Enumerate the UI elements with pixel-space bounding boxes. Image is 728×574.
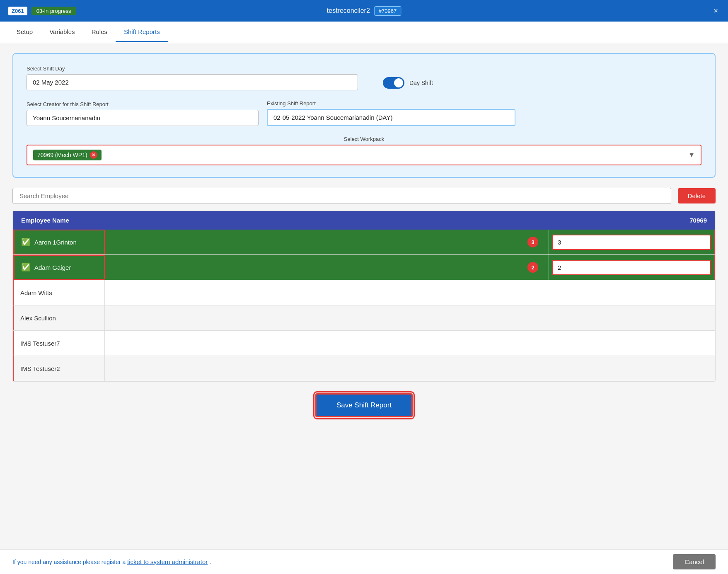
tab-variables[interactable]: Variables <box>41 22 83 42</box>
cancel-button[interactable]: Cancel <box>673 554 716 569</box>
workpack-tag-label: 70969 (Mech WP1) <box>37 152 87 158</box>
delete-button[interactable]: Delete <box>678 188 716 203</box>
employee-name-cell: Alex Scullion <box>14 305 105 330</box>
toggle-container: Day Shift <box>383 77 433 89</box>
employee-name: IMS Testuser2 <box>20 365 60 372</box>
employee-name-cell: IMS Testuser2 <box>14 356 105 381</box>
employee-name: IMS Testuser7 <box>20 340 60 347</box>
footer-link[interactable]: ticket to system administrator <box>127 558 208 565</box>
employee-name: Alex Scullion <box>20 315 56 322</box>
table-row: ✅ Aaron 1Grinton 3 <box>13 230 715 255</box>
value-input[interactable] <box>552 235 711 250</box>
workpack-section: Select Workpack 70969 (Mech WP1) ✕ ▼ <box>27 136 701 165</box>
employee-name: Adam Gaiger <box>34 264 71 271</box>
employee-name-cell: ✅ Adam Gaiger <box>14 255 105 280</box>
shift-day-group: Select Shift Day <box>27 65 358 90</box>
employee-name-cell: IMS Testuser7 <box>14 331 105 356</box>
top-bar-center: testreconciler2 #70967 <box>327 6 401 16</box>
footer-help-end: . <box>209 559 211 565</box>
top-bar-left: Z061 03-In progress <box>8 7 76 15</box>
shift-day-input[interactable] <box>27 74 358 90</box>
badge-number: 2 <box>527 262 538 273</box>
badge-task-id: #70967 <box>374 6 401 16</box>
day-shift-label: Day Shift <box>409 80 433 86</box>
middle-cell: 3 <box>105 230 549 254</box>
workpack-select[interactable]: 70969 (Mech WP1) ✕ ▼ <box>27 145 701 165</box>
shift-day-label: Select Shift Day <box>27 65 358 72</box>
shift-day-row: Select Shift Day Day Shift <box>27 65 701 90</box>
existing-label: Existing Shift Report <box>267 100 515 107</box>
employee-name: Aaron 1Grinton <box>34 239 77 246</box>
tab-shift-reports[interactable]: Shift Reports <box>116 22 168 42</box>
creator-input[interactable] <box>27 110 259 126</box>
badge-z061: Z061 <box>8 7 27 15</box>
badge-number: 3 <box>527 237 538 247</box>
creator-row: Select Creator for this Shift Report Exi… <box>27 100 701 126</box>
employee-name-cell: Adam Witts <box>14 280 105 305</box>
table-row[interactable]: IMS Testuser7 <box>13 331 715 356</box>
top-bar: Z061 03-In progress testreconciler2 #709… <box>0 0 728 22</box>
employee-name: Adam Witts <box>20 289 52 296</box>
check-icon: ✅ <box>21 263 30 272</box>
employee-name-cell: ✅ Aaron 1Grinton <box>14 230 105 254</box>
top-bar-title: testreconciler2 <box>327 7 370 15</box>
main-content: Select Shift Day Day Shift Select Creato… <box>0 43 728 549</box>
workpack-tag: 70969 (Mech WP1) ✕ <box>33 150 102 160</box>
table-row[interactable]: Adam Witts <box>13 280 715 305</box>
creator-label: Select Creator for this Shift Report <box>27 101 259 107</box>
value-cell <box>549 230 714 254</box>
creator-group: Select Creator for this Shift Report <box>27 101 259 126</box>
search-employee-input[interactable] <box>12 188 671 204</box>
day-shift-toggle[interactable] <box>383 77 404 89</box>
existing-group: Existing Shift Report <box>267 100 515 126</box>
existing-input[interactable] <box>267 109 515 126</box>
table-header-col2: 70969 <box>689 217 707 224</box>
save-shift-report-button[interactable]: Save Shift Report <box>315 393 413 417</box>
employee-table-container: Employee Name 70969 ✅ Aaron 1Grinton 3 ✅… <box>12 211 716 382</box>
tab-rules[interactable]: Rules <box>83 22 116 42</box>
workpack-remove-button[interactable]: ✕ <box>90 151 97 159</box>
table-row: ✅ Adam Gaiger 2 <box>13 255 715 280</box>
form-card: Select Shift Day Day Shift Select Creato… <box>12 53 716 178</box>
middle-cell: 2 <box>105 255 549 280</box>
search-row: Delete <box>12 188 716 204</box>
check-icon: ✅ <box>21 237 30 247</box>
workpack-chevron-icon: ▼ <box>688 151 695 159</box>
value-input[interactable] <box>552 260 711 275</box>
value-cell <box>549 255 714 280</box>
footer: If you need any assistance please regist… <box>0 549 728 574</box>
table-header-col1: Employee Name <box>21 217 69 224</box>
table-row[interactable]: IMS Testuser2 <box>13 356 715 381</box>
workpack-label: Select Workpack <box>27 136 701 142</box>
badge-inprogress: 03-In progress <box>31 7 76 15</box>
table-header: Employee Name 70969 <box>13 211 715 230</box>
tab-setup[interactable]: Setup <box>8 22 41 42</box>
tab-bar: Setup Variables Rules Shift Reports <box>0 22 728 43</box>
close-button[interactable]: × <box>713 7 718 15</box>
footer-help-text: If you need any assistance please regist… <box>12 559 127 565</box>
footer-help: If you need any assistance please regist… <box>12 558 211 565</box>
table-row[interactable]: Alex Scullion <box>13 305 715 331</box>
save-section: Save Shift Report <box>12 393 716 417</box>
